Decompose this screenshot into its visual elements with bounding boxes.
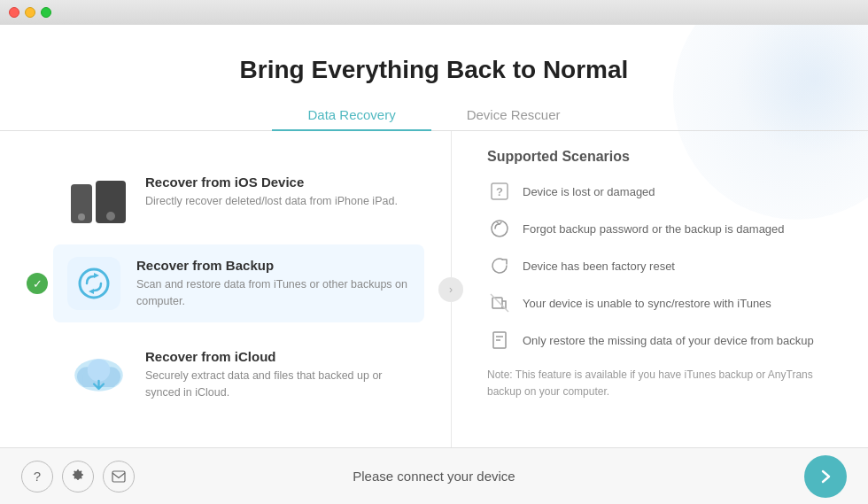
svg-text:?: ? — [496, 185, 503, 198]
left-panel: Recover from iOS Device Directly recover… — [0, 131, 452, 447]
backup-item-desc: Scan and restore data from iTunes or oth… — [136, 276, 410, 310]
scenario-item-lost: ? Device is lost or damaged — [487, 179, 841, 204]
tabs: Data Recovery Device Rescuer — [0, 100, 868, 131]
right-panel: Supported Scenarios ? Device is lost or … — [452, 131, 868, 447]
backup-icon — [67, 257, 120, 310]
restore-partial-icon — [487, 328, 512, 353]
title-bar — [0, 0, 868, 25]
content-area: Recover from iOS Device Directly recover… — [0, 131, 868, 447]
scenario-backup-text: Forgot backup password or the backup is … — [523, 222, 785, 236]
recover-icloud-item[interactable]: Recover from iCloud Securely extract dat… — [53, 331, 424, 418]
close-button[interactable] — [9, 7, 19, 18]
svg-point-9 — [492, 221, 508, 236]
backup-broken-icon — [487, 216, 512, 241]
ios-item-desc: Directly recover deleted/lost data from … — [145, 193, 398, 210]
help-icon: ? — [34, 469, 41, 484]
scenario-reset-text: Device has been factory reset — [523, 260, 675, 273]
scenario-missing-text: Only restore the missing data of your de… — [523, 334, 814, 347]
svg-rect-0 — [67, 257, 120, 310]
status-text: Please connect your device — [353, 469, 515, 484]
backup-item-title: Recover from Backup — [136, 258, 410, 273]
icloud-icon — [67, 344, 129, 406]
help-button[interactable]: ? — [21, 461, 53, 492]
mail-icon — [112, 470, 126, 483]
scenario-sync-text: Your device is unable to sync/restore wi… — [523, 297, 771, 310]
header: Bring Everything Back to Normal Data Rec… — [0, 25, 868, 131]
scenario-item-sync: Your device is unable to sync/restore wi… — [487, 291, 841, 315]
ios-item-text: Recover from iOS Device Directly recover… — [145, 174, 398, 210]
scenario-note: Note: This feature is available if you h… — [487, 367, 841, 400]
reset-icon — [487, 253, 512, 278]
mail-button[interactable] — [103, 461, 135, 492]
scenario-item-backup: Forgot backup password or the backup is … — [487, 216, 841, 241]
panel-arrow-icon: › — [438, 277, 463, 302]
svg-point-6 — [87, 359, 109, 381]
bottom-icons: ? — [21, 461, 135, 492]
page-title: Bring Everything Back to Normal — [0, 56, 868, 84]
traffic-lights — [9, 7, 51, 18]
minimize-button[interactable] — [25, 7, 35, 18]
scenario-item-reset: Device has been factory reset — [487, 253, 841, 278]
settings-button[interactable] — [62, 461, 94, 492]
svg-rect-10 — [492, 298, 502, 308]
scenarios-title: Supported Scenarios — [487, 149, 841, 165]
scenario-lost-text: Device is lost or damaged — [523, 185, 655, 198]
sync-broken-icon — [487, 291, 512, 315]
selected-check-icon: ✓ — [27, 273, 48, 294]
ios-item-title: Recover from iOS Device — [145, 174, 398, 190]
icloud-item-text: Recover from iCloud Securely extract dat… — [145, 349, 410, 401]
icloud-item-title: Recover from iCloud — [145, 349, 410, 364]
ios-device-icon — [67, 161, 129, 223]
gear-icon — [71, 469, 85, 484]
icloud-item-desc: Securely extract data and files that bac… — [145, 368, 410, 401]
phone-shape — [71, 184, 92, 223]
backup-item-text: Recover from Backup Scan and restore dat… — [136, 258, 410, 310]
svg-rect-15 — [112, 471, 125, 482]
arrow-right-icon — [817, 468, 834, 485]
tablet-shape — [96, 181, 126, 223]
maximize-button[interactable] — [41, 7, 51, 18]
scenario-item-missing: Only restore the missing data of your de… — [487, 328, 841, 353]
recover-backup-item[interactable]: ✓ Recover from Backup Scan and restore d… — [53, 244, 424, 322]
tab-data-recovery[interactable]: Data Recovery — [272, 100, 430, 131]
recover-ios-item[interactable]: Recover from iOS Device Directly recover… — [53, 149, 424, 236]
tab-device-rescuer[interactable]: Device Rescuer — [431, 100, 596, 131]
bottom-bar: ? Please connect your device — [0, 447, 868, 504]
main-window: Bring Everything Back to Normal Data Rec… — [0, 25, 868, 504]
next-button[interactable] — [804, 455, 847, 498]
question-box-icon: ? — [487, 179, 512, 204]
